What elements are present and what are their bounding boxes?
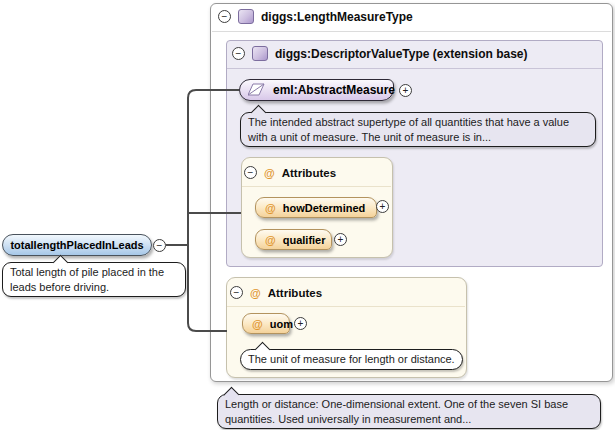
complex-type-icon: [238, 9, 254, 24]
qualifier-label: qualifier: [283, 234, 326, 246]
element-icon: [248, 83, 266, 97]
uom-tooltip: The unit of measure for length or distan…: [240, 349, 463, 370]
abstract-measure-tooltip: The intended abstract supertype of all q…: [240, 112, 596, 147]
abstract-measure-tooltip-text: The intended abstract supertype of all q…: [248, 116, 569, 143]
attribute-at-icon: @: [265, 202, 276, 214]
complex-type-icon: [252, 46, 268, 61]
root-element-pill[interactable]: totallengthPlacedInLeads: [2, 234, 152, 256]
separator: [212, 31, 611, 32]
collapse-icon[interactable]: −: [244, 166, 257, 179]
expand-icon[interactable]: +: [399, 84, 412, 97]
attribute-at-icon: @: [250, 287, 261, 299]
root-element-tooltip: Total length of pile placed in the leads…: [2, 262, 186, 297]
separator: [227, 68, 602, 69]
schema-diagram: − diggs:LengthMeasureType − diggs:Descri…: [0, 0, 615, 430]
attributes-1-header: − @ Attributes: [244, 165, 336, 180]
attributes-2-header: − @ Attributes: [230, 285, 322, 300]
abstract-measure-pill[interactable]: eml:AbstractMeasure: [239, 79, 394, 101]
attribute-at-icon: @: [265, 234, 276, 246]
separator: [227, 306, 465, 307]
attribute-pill-uom[interactable]: @ uom: [242, 313, 290, 334]
uom-tooltip-text: The unit of measure for length or distan…: [248, 353, 455, 365]
type-tooltip: Length or distance: One-dimensional exte…: [217, 394, 601, 429]
attribute-at-icon: @: [252, 318, 263, 330]
attributes-2-title: Attributes: [268, 287, 322, 299]
type-box-header: − diggs:LengthMeasureType: [218, 9, 413, 24]
howdetermined-label: howDetermined: [283, 202, 366, 214]
root-element-tooltip-text: Total length of pile placed in the leads…: [10, 266, 164, 293]
separator: [242, 186, 391, 187]
collapse-icon[interactable]: −: [218, 10, 231, 23]
expand-icon[interactable]: +: [334, 233, 347, 246]
uom-label: uom: [270, 318, 293, 330]
attribute-pill-qualifier[interactable]: @ qualifier: [255, 229, 332, 250]
expand-icon[interactable]: +: [294, 317, 307, 330]
base-type-header: − diggs:DescriptorValueType (extension b…: [232, 46, 528, 61]
attributes-1-title: Attributes: [282, 167, 336, 179]
root-element-label: totallengthPlacedInLeads: [10, 239, 143, 251]
expand-icon[interactable]: +: [376, 200, 389, 213]
base-type-title: diggs:DescriptorValueType (extension bas…: [275, 47, 528, 61]
collapse-icon[interactable]: −: [230, 286, 243, 299]
attribute-at-icon: @: [264, 167, 275, 179]
collapse-icon[interactable]: −: [153, 239, 166, 252]
attribute-pill-howdetermined[interactable]: @ howDetermined: [255, 197, 377, 218]
abstract-measure-label: eml:AbstractMeasure: [273, 83, 395, 97]
type-tooltip-text: Length or distance: One-dimensional exte…: [225, 398, 568, 425]
collapse-icon[interactable]: −: [232, 47, 245, 60]
type-box-title: diggs:LengthMeasureType: [261, 10, 413, 24]
